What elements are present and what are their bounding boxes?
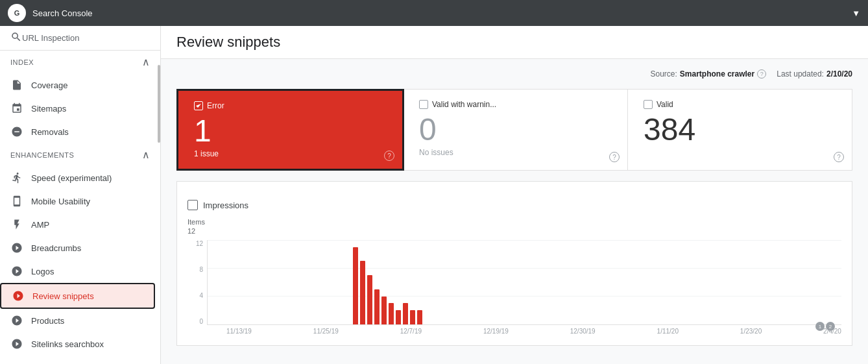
status-cards: Error 1 1 issue ? Valid with warnin... 0… xyxy=(176,89,852,171)
index-chevron[interactable]: ∧ xyxy=(142,56,151,68)
main-content: Review snippets Source: Smartphone crawl… xyxy=(161,26,868,364)
speed-icon xyxy=(10,171,23,184)
error-card[interactable]: Error 1 1 issue ? xyxy=(176,89,404,171)
chart-y-axis-label: Items xyxy=(187,218,841,226)
x-label-2: 12/7/19 xyxy=(400,328,422,335)
x-label-0: 11/13/19 xyxy=(226,328,252,335)
bars-row xyxy=(208,247,841,324)
breadcrumbs-icon xyxy=(10,241,23,254)
chart-dots: 1 2 xyxy=(815,322,835,331)
x-label-6: 1/23/20 xyxy=(740,328,762,335)
valid-warning-card[interactable]: Valid with warnin... 0 No issues ? xyxy=(404,90,628,170)
content-header: Review snippets xyxy=(161,26,868,59)
dropdown-arrow[interactable]: ▼ xyxy=(852,8,860,18)
sitelinks-searchbox-icon xyxy=(10,337,23,350)
last-updated-label: Last updated: xyxy=(777,69,824,79)
valid-warning-card-help-icon[interactable]: ? xyxy=(609,152,620,162)
error-card-count: 1 xyxy=(194,115,387,147)
x-label-1: 11/25/19 xyxy=(313,328,339,335)
chart-plot-area: 1 2 xyxy=(207,240,841,325)
sidebar-item-breadcrumbs[interactable]: Breadcrumbs xyxy=(0,236,155,260)
impressions-row: Impressions xyxy=(187,192,841,218)
x-label-5: 1/11/20 xyxy=(657,328,679,335)
source-help-icon[interactable]: ? xyxy=(757,69,766,79)
sidebar-item-breadcrumbs-label: Breadcrumbs xyxy=(31,243,81,253)
valid-warning-card-count: 0 xyxy=(419,114,612,145)
valid-card[interactable]: Valid 384 ? xyxy=(628,90,852,170)
sidebar-item-amp[interactable]: AMP xyxy=(0,213,155,236)
valid-warning-checkbox xyxy=(419,100,428,109)
sidebar-item-speed[interactable]: Speed (experimental) xyxy=(0,166,155,189)
sidebar-item-speed-label: Speed (experimental) xyxy=(31,173,112,183)
sidebar: URL Inspection Index ∧ Coverage Sitemaps… xyxy=(0,26,161,364)
coverage-icon xyxy=(10,79,23,91)
chart-bar-25 xyxy=(389,303,394,324)
error-checkbox xyxy=(194,101,203,110)
sidebar-item-sitemaps-label: Sitemaps xyxy=(31,104,66,114)
error-card-footer: 1 issue xyxy=(194,149,387,158)
chart-bar-28 xyxy=(410,310,415,324)
url-inspection-icon xyxy=(10,31,22,45)
x-label-4: 12/30/19 xyxy=(570,328,596,335)
chart-x-axis: 11/13/19 11/25/19 12/7/19 12/19/19 12/30… xyxy=(207,325,841,335)
chart-dot-1: 1 xyxy=(815,322,825,331)
sidebar-item-logos[interactable]: Logos xyxy=(0,260,155,283)
impressions-checkbox[interactable] xyxy=(187,200,198,210)
chart-bar-23 xyxy=(374,289,380,324)
sidebar-item-coverage-label: Coverage xyxy=(31,80,67,90)
valid-card-count: 384 xyxy=(644,114,836,145)
error-card-help-icon[interactable]: ? xyxy=(384,151,394,161)
sidebar-item-products-label: Products xyxy=(31,316,64,326)
chart-bar-21 xyxy=(360,261,365,324)
source-bar: Source: Smartphone crawler ? Last update… xyxy=(176,69,852,79)
logos-icon xyxy=(10,265,23,278)
app-title: Search Console xyxy=(32,8,849,18)
sidebar-item-products[interactable]: Products xyxy=(0,309,155,332)
sidebar-item-sitelinks-searchbox-label: Sitelinks searchbox xyxy=(31,339,104,349)
removals-icon xyxy=(10,125,23,138)
valid-checkbox xyxy=(644,100,653,109)
sidebar-item-url-inspection[interactable]: URL Inspection xyxy=(0,26,160,51)
app-logo: G xyxy=(8,4,26,22)
error-card-header: Error xyxy=(194,101,387,110)
amp-icon xyxy=(10,218,23,231)
chart-bar-20 xyxy=(353,247,358,324)
valid-warning-card-footer: No issues xyxy=(419,148,612,157)
chart-bar-22 xyxy=(367,275,372,324)
chart-bar-27 xyxy=(403,303,408,324)
review-snippets-icon xyxy=(12,289,25,302)
valid-warning-card-header: Valid with warnin... xyxy=(419,100,612,109)
sidebar-item-coverage[interactable]: Coverage xyxy=(0,73,155,97)
sidebar-item-review-snippets[interactable]: Review snippets xyxy=(0,283,155,309)
chart-y-max: 12 xyxy=(187,227,841,235)
impressions-label: Impressions xyxy=(203,200,248,210)
sidebar-section-index: Index ∧ xyxy=(0,51,160,73)
sidebar-section-enhancements: Enhancements ∧ xyxy=(0,143,160,166)
sidebar-item-mobile-usability-label: Mobile Usability xyxy=(31,197,90,206)
sidebar-item-removals-label: Removals xyxy=(31,127,69,137)
source-value: Smartphone crawler xyxy=(680,69,754,79)
sidebar-item-removals[interactable]: Removals xyxy=(0,120,155,143)
sidebar-item-review-snippets-label: Review snippets xyxy=(32,291,94,301)
chart-bar-26 xyxy=(396,310,401,324)
enhancements-chevron[interactable]: ∧ xyxy=(142,149,151,161)
sidebar-item-url-inspection-label: URL Inspection xyxy=(22,33,79,43)
sidebar-item-sitelinks-searchbox[interactable]: Sitelinks searchbox xyxy=(0,332,155,356)
valid-card-help-icon[interactable]: ? xyxy=(834,152,844,162)
chart-bar-29 xyxy=(417,310,422,324)
sidebar-item-sitemaps[interactable]: Sitemaps xyxy=(0,97,155,120)
top-bar: G Search Console ▼ xyxy=(0,0,868,26)
x-label-3: 12/19/19 xyxy=(483,328,509,335)
chart-container: Impressions Items 12 12 8 4 0 xyxy=(176,181,852,346)
valid-card-header: Valid xyxy=(644,100,836,109)
valid-warning-card-label: Valid with warnin... xyxy=(432,100,496,109)
sidebar-item-amp-label: AMP xyxy=(31,220,49,230)
sidebar-item-mobile-usability[interactable]: Mobile Usability xyxy=(0,189,155,213)
valid-card-label: Valid xyxy=(657,100,673,109)
chart-dot-2: 2 xyxy=(826,322,835,331)
source-label: Source: xyxy=(650,69,677,79)
chart-area: Items 12 12 8 4 0 xyxy=(187,218,841,335)
sidebar-item-logos-label: Logos xyxy=(31,267,54,276)
chart-bar-24 xyxy=(381,297,387,324)
last-updated-value: 2/10/20 xyxy=(826,69,852,79)
